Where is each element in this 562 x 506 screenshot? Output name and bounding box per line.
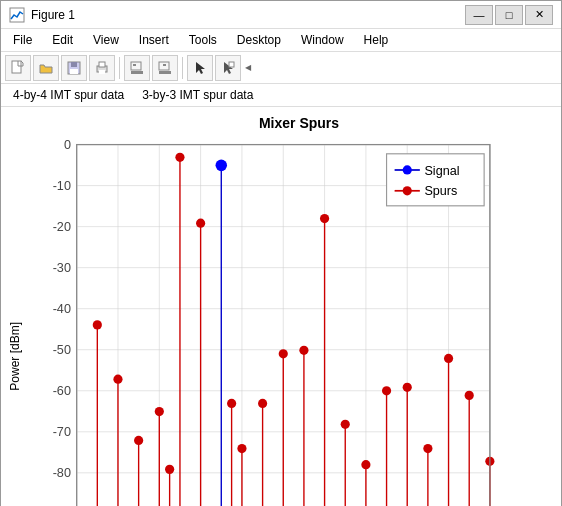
- title-bar: Figure 1 — □ ✕: [1, 1, 561, 29]
- maximize-button[interactable]: □: [495, 5, 523, 25]
- svg-point-90: [196, 219, 205, 228]
- svg-point-88: [165, 465, 174, 474]
- window-controls: — □ ✕: [465, 5, 553, 25]
- svg-point-87: [155, 407, 164, 416]
- toolbar-pan[interactable]: [152, 55, 178, 81]
- svg-point-86: [134, 436, 143, 445]
- menu-bar: File Edit View Insert Tools Desktop Wind…: [1, 29, 561, 52]
- menu-view[interactable]: View: [85, 31, 127, 49]
- svg-point-93: [258, 399, 267, 408]
- tab-3by3[interactable]: 3-by-3 IMT spur data: [134, 86, 261, 104]
- svg-rect-5: [71, 62, 77, 67]
- svg-rect-9: [99, 70, 105, 74]
- chart-svg: 0 -10 -20 -30 -40 -50 -60: [25, 133, 553, 506]
- svg-rect-15: [159, 71, 171, 74]
- svg-point-105: [216, 160, 227, 172]
- svg-point-99: [382, 386, 391, 395]
- svg-point-89: [175, 153, 184, 162]
- svg-text:-70: -70: [53, 425, 71, 439]
- svg-point-108: [403, 165, 412, 174]
- toolbar: ◀: [1, 52, 561, 84]
- toolbar-arrow: ◀: [245, 63, 251, 72]
- svg-point-96: [320, 214, 329, 223]
- window-title: Figure 1: [31, 8, 459, 22]
- svg-text:Spurs: Spurs: [424, 184, 457, 198]
- svg-rect-1: [12, 61, 21, 73]
- svg-point-97: [341, 420, 350, 429]
- toolbar-save[interactable]: [61, 55, 87, 81]
- svg-rect-8: [99, 62, 105, 67]
- menu-help[interactable]: Help: [356, 31, 397, 49]
- minimize-button[interactable]: —: [465, 5, 493, 25]
- menu-edit[interactable]: Edit: [44, 31, 81, 49]
- toolbar-open[interactable]: [33, 55, 59, 81]
- tabs-bar: 4-by-4 IMT spur data 3-by-3 IMT spur dat…: [1, 84, 561, 107]
- chart-container: Power [dBm]: [5, 133, 553, 506]
- svg-text:-60: -60: [53, 384, 71, 398]
- toolbar-new[interactable]: [5, 55, 31, 81]
- menu-insert[interactable]: Insert: [131, 31, 177, 49]
- plot-area: Mixer Spurs Power [dBm]: [1, 107, 561, 506]
- svg-point-85: [113, 375, 122, 384]
- svg-text:-20: -20: [53, 220, 71, 234]
- svg-point-101: [423, 444, 432, 453]
- svg-text:0: 0: [64, 138, 71, 152]
- svg-rect-6: [70, 69, 78, 74]
- svg-point-84: [93, 320, 102, 329]
- tab-4by4[interactable]: 4-by-4 IMT spur data: [5, 86, 132, 104]
- menu-desktop[interactable]: Desktop: [229, 31, 289, 49]
- chart-and-legend: 0 -10 -20 -30 -40 -50 -60: [25, 133, 553, 506]
- svg-point-94: [279, 349, 288, 358]
- chart-title: Mixer Spurs: [45, 115, 553, 131]
- svg-point-92: [237, 444, 246, 453]
- svg-point-98: [361, 460, 370, 469]
- svg-text:-80: -80: [53, 466, 71, 480]
- svg-point-111: [403, 186, 412, 195]
- svg-point-91: [227, 399, 236, 408]
- app-icon: [9, 7, 25, 23]
- toolbar-zoom[interactable]: [124, 55, 150, 81]
- menu-window[interactable]: Window: [293, 31, 352, 49]
- svg-rect-0: [10, 8, 24, 22]
- chart-inner: 0 -10 -20 -30 -40 -50 -60: [25, 133, 553, 506]
- main-window: Figure 1 — □ ✕ File Edit View Insert Too…: [0, 0, 562, 506]
- toolbar-datacursor[interactable]: [215, 55, 241, 81]
- y-axis-label: Power [dBm]: [5, 133, 25, 506]
- svg-rect-11: [133, 64, 136, 66]
- menu-tools[interactable]: Tools: [181, 31, 225, 49]
- svg-text:-10: -10: [53, 179, 71, 193]
- svg-rect-18: [229, 62, 234, 67]
- svg-point-100: [403, 383, 412, 392]
- svg-marker-16: [196, 62, 205, 74]
- svg-text:-30: -30: [53, 261, 71, 275]
- svg-text:Signal: Signal: [424, 164, 459, 178]
- chart-svg-area: 0 -10 -20 -30 -40 -50 -60: [25, 133, 553, 506]
- svg-text:-50: -50: [53, 343, 71, 357]
- svg-point-95: [299, 346, 308, 355]
- svg-point-103: [465, 391, 474, 400]
- svg-point-102: [444, 354, 453, 363]
- close-button[interactable]: ✕: [525, 5, 553, 25]
- toolbar-sep-1: [119, 57, 120, 79]
- toolbar-cursor[interactable]: [187, 55, 213, 81]
- svg-rect-12: [131, 71, 143, 74]
- svg-rect-14: [163, 64, 166, 66]
- toolbar-print[interactable]: [89, 55, 115, 81]
- svg-text:-40: -40: [53, 302, 71, 316]
- toolbar-sep-2: [182, 57, 183, 79]
- menu-file[interactable]: File: [5, 31, 40, 49]
